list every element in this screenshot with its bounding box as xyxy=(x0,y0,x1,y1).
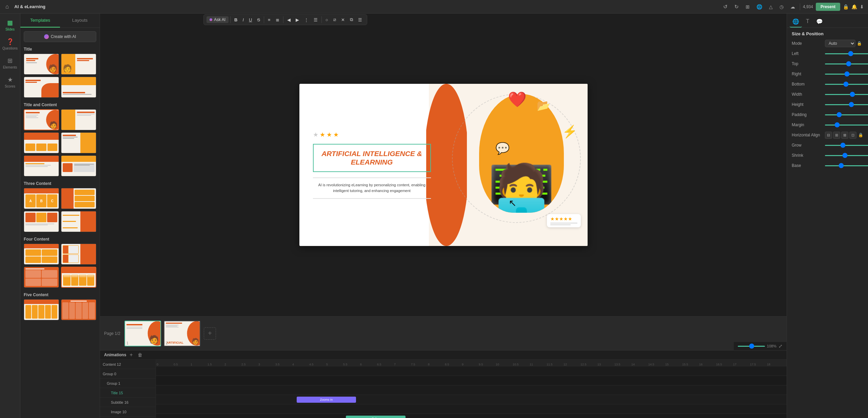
delete-button[interactable]: ✕ xyxy=(339,16,347,23)
app-title: AI & eLearning xyxy=(14,4,45,9)
timeline-ruler: 0 0.5 1 1.5 2 2.5 3 3.5 4 4.5 5 5.5 6 6.… xyxy=(156,360,787,366)
width-slider[interactable] xyxy=(825,94,868,95)
slide-canvas[interactable]: ★ ★ ★ ★ ARTIFICIAL INTELLIGENCE & ELEARN… xyxy=(299,84,588,246)
align-left-button[interactable]: ◀ xyxy=(285,16,293,23)
ruler-45: 4.5 xyxy=(309,363,314,366)
margin-slider[interactable] xyxy=(825,125,868,126)
rp-tab-chat[interactable]: 💬 xyxy=(813,16,826,27)
track-block-title[interactable]: Zooms In xyxy=(297,397,356,403)
align-justify-button[interactable]: ☰ xyxy=(312,16,320,23)
halign-center-button[interactable]: ⊞ xyxy=(833,132,840,139)
filmstrip-slide-1[interactable]: 🧑 1 xyxy=(124,321,161,346)
ruler-18: 18 xyxy=(766,363,771,366)
sidebar-item-elements[interactable]: ⊞ Elements xyxy=(1,54,19,72)
copy-button[interactable]: ⧄ xyxy=(331,16,338,23)
globe-icon-button[interactable]: 🌐 xyxy=(754,3,764,11)
lock-icon-button[interactable]: 🔒 xyxy=(843,4,849,10)
halign-left-button[interactable]: ⊟ xyxy=(825,132,832,139)
filmstrip-slide-2[interactable]: ARTIFICIAL 🧑 2 xyxy=(164,321,200,346)
tab-templates[interactable]: Templates xyxy=(20,14,60,27)
tc-thumb-3[interactable] xyxy=(24,132,59,153)
title-thumb-2[interactable]: 🧑 xyxy=(61,54,96,75)
ruler-55: 5.5 xyxy=(342,363,348,366)
undo-button[interactable]: ↺ xyxy=(721,3,730,11)
tc-thumb-4[interactable] xyxy=(61,132,96,153)
sidebar-item-slides[interactable]: ▦ Slides xyxy=(1,16,19,34)
triangle-icon-button[interactable]: △ xyxy=(767,3,775,11)
slides-icon: ▦ xyxy=(7,19,13,26)
three-thumb-4[interactable] xyxy=(61,211,96,232)
bold-button[interactable]: B xyxy=(232,16,239,23)
mode-select[interactable]: Auto xyxy=(825,40,855,47)
tc-thumb-5[interactable] xyxy=(24,155,59,176)
duplicate-button[interactable]: ⧉ xyxy=(348,16,355,23)
base-slider[interactable] xyxy=(825,165,868,166)
slide-title-line1: ARTIFICIAL INTELLIGENCE & xyxy=(319,149,425,158)
three-thumb-3[interactable] xyxy=(24,211,59,232)
title-thumb-3[interactable] xyxy=(24,77,59,98)
three-thumb-2[interactable] xyxy=(61,188,96,209)
tc-thumb-2[interactable] xyxy=(61,109,96,130)
shrink-slider[interactable] xyxy=(825,155,868,156)
clock-icon-button[interactable]: ◷ xyxy=(777,3,786,11)
title-thumb-4[interactable] xyxy=(61,77,96,98)
present-button[interactable]: Present xyxy=(816,3,840,11)
timeline-labels-column: Content 12 Group 0 Group 1 Title 15 Subt… xyxy=(100,360,156,418)
ask-ai-button[interactable]: Ask AI xyxy=(206,16,229,23)
grow-slider[interactable] xyxy=(825,145,868,146)
sidebar-item-scores[interactable]: ★ Scores xyxy=(1,73,19,91)
align-right-button[interactable]: ⋮ xyxy=(302,16,311,23)
four-thumb-2[interactable] xyxy=(61,244,96,265)
download-icon-button[interactable]: ⬇ xyxy=(860,4,864,10)
title-template-grid: 🧑 🧑 xyxy=(24,54,96,98)
rp-control-right: 🔒 xyxy=(825,72,868,76)
cloud-icon-button[interactable]: ☁ xyxy=(788,3,797,11)
italic-button[interactable]: I xyxy=(240,16,246,23)
halign-stretch-button[interactable]: ⊡ xyxy=(849,132,856,139)
halign-right-button[interactable]: ⊠ xyxy=(841,132,848,139)
add-slide-button[interactable]: + xyxy=(204,327,216,340)
four-thumb-4[interactable] xyxy=(61,267,96,288)
bottom-slider[interactable] xyxy=(825,84,868,85)
tab-layouts[interactable]: Layouts xyxy=(60,14,100,27)
track-row-subtitle16 xyxy=(156,404,787,414)
padding-slider[interactable] xyxy=(825,114,868,115)
create-with-ai-button[interactable]: Create with AI xyxy=(24,31,96,42)
right-slider[interactable] xyxy=(825,74,868,75)
rp-tab-text[interactable]: T xyxy=(803,16,812,27)
bullet-list-button[interactable]: ≡ xyxy=(266,16,273,23)
slides-icon-button[interactable]: ⊞ xyxy=(744,3,752,11)
ai-sparkle-icon xyxy=(44,34,49,39)
align-center-button[interactable]: ▶ xyxy=(294,16,301,23)
bell-icon-button[interactable]: 🔔 xyxy=(851,4,857,10)
ruler-115: 11.5 xyxy=(546,363,553,366)
tl-label-title15: Title 15 xyxy=(100,388,156,398)
title-thumb-1[interactable]: 🧑 xyxy=(24,54,59,75)
rp-tab-globe[interactable]: 🌐 xyxy=(790,16,802,27)
tc-thumb-6[interactable] xyxy=(61,155,96,176)
numbered-list-button[interactable]: ≣ xyxy=(274,16,281,23)
track-block-image[interactable]: Pulse xyxy=(346,416,406,418)
left-slider[interactable] xyxy=(825,53,868,54)
sidebar-item-questions[interactable]: ❓ Questions xyxy=(1,35,19,53)
four-thumb-1[interactable] xyxy=(24,244,59,265)
timeline-add-button[interactable]: + xyxy=(128,352,134,358)
shape-button[interactable]: ○ xyxy=(323,16,330,23)
home-button[interactable]: ⌂ xyxy=(4,2,10,12)
top-slider[interactable] xyxy=(825,63,868,64)
zoom-slider[interactable] xyxy=(738,346,765,347)
tc-thumb-1[interactable]: 🧑 xyxy=(24,109,59,130)
three-thumb-1[interactable]: A B C xyxy=(24,188,59,209)
rp-control-width: 🔒 xyxy=(825,92,868,97)
strikethrough-button[interactable]: S xyxy=(255,16,262,23)
underline-button[interactable]: U xyxy=(247,16,254,23)
five-thumb-2[interactable] xyxy=(61,299,96,320)
five-thumb-1[interactable] xyxy=(24,299,59,320)
zoom-expand-icon[interactable]: ⤢ xyxy=(778,343,783,349)
height-slider[interactable] xyxy=(825,104,868,105)
timeline-delete-button[interactable]: 🗑 xyxy=(136,353,144,357)
five-content-grid xyxy=(24,299,96,320)
more-options-button[interactable]: ☰ xyxy=(356,16,364,23)
redo-button[interactable]: ↻ xyxy=(732,3,741,11)
four-thumb-3[interactable] xyxy=(24,267,59,288)
